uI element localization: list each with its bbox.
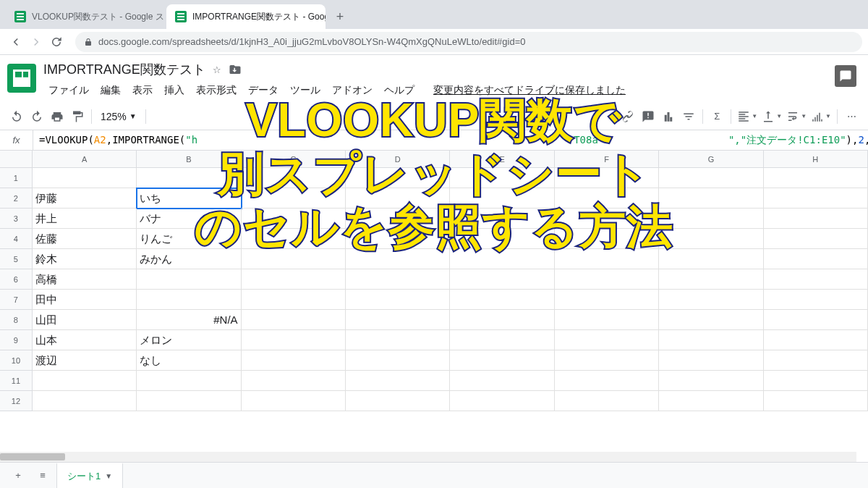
cell[interactable]	[33, 168, 137, 188]
cell[interactable]	[764, 391, 868, 411]
cell[interactable]	[33, 371, 137, 391]
cell[interactable]: 高橋	[33, 269, 137, 290]
cell[interactable]: みかん	[137, 249, 241, 269]
cell[interactable]	[555, 310, 659, 330]
cell[interactable]	[659, 290, 763, 310]
all-sheets-button[interactable]: ≡	[32, 465, 54, 487]
cell[interactable]	[137, 391, 241, 411]
spreadsheet-grid[interactable]: A B C D E F G H 12伊藤いち3井上バナ4佐藤りんご5鈴木みかん6…	[0, 151, 868, 411]
cell[interactable]	[764, 209, 868, 229]
cell[interactable]: 田中	[33, 290, 137, 310]
cell[interactable]	[346, 209, 450, 229]
menu-data[interactable]: データ	[243, 81, 284, 100]
row-header[interactable]: 7	[0, 290, 33, 310]
cell[interactable]	[659, 269, 763, 290]
cell[interactable]: バナ	[137, 209, 241, 229]
cell[interactable]	[764, 350, 868, 371]
cell[interactable]	[346, 310, 450, 330]
cell[interactable]	[450, 350, 554, 371]
menu-file[interactable]: ファイル	[43, 81, 94, 100]
browser-tab[interactable]: VLOOKUP関数テスト - Google スプ ×	[6, 4, 165, 29]
cell[interactable]	[450, 249, 554, 269]
col-header[interactable]: G	[659, 151, 763, 167]
col-header[interactable]: E	[450, 151, 554, 167]
cell[interactable]: いち	[137, 188, 241, 209]
cell[interactable]	[450, 229, 554, 249]
paint-format-button[interactable]	[68, 107, 87, 126]
cell[interactable]	[450, 310, 554, 330]
cell[interactable]	[346, 229, 450, 249]
cell[interactable]	[346, 249, 450, 269]
cell[interactable]	[346, 391, 450, 411]
chevron-down-icon[interactable]: ▼	[105, 472, 112, 480]
cell[interactable]: 山本	[33, 330, 137, 350]
row-header[interactable]: 8	[0, 310, 33, 330]
cell[interactable]	[242, 290, 346, 310]
cell[interactable]	[242, 249, 346, 269]
cell[interactable]	[764, 269, 868, 290]
h-align-button[interactable]: ▼	[736, 107, 759, 126]
cell[interactable]	[764, 188, 868, 209]
cell[interactable]	[764, 330, 868, 350]
row-header[interactable]: 5	[0, 249, 33, 269]
cell[interactable]	[137, 168, 241, 188]
cell[interactable]	[242, 168, 346, 188]
cell[interactable]	[242, 229, 346, 249]
cell[interactable]	[659, 229, 763, 249]
forward-button[interactable]	[26, 32, 46, 52]
row-header[interactable]: 6	[0, 269, 33, 290]
formula-input[interactable]: =VLOOKUP(A2,IMPORTRANGE("hT08a","注文データ!C…	[33, 134, 868, 147]
row-header[interactable]: 1	[0, 168, 33, 188]
cell[interactable]	[242, 209, 346, 229]
row-header[interactable]: 11	[0, 371, 33, 391]
cell[interactable]	[450, 391, 554, 411]
redo-button[interactable]	[27, 107, 46, 126]
cell[interactable]	[33, 391, 137, 411]
more-button[interactable]: ⋯	[842, 107, 861, 126]
link-button[interactable]	[618, 107, 637, 126]
back-button[interactable]	[6, 32, 26, 52]
cell[interactable]	[450, 290, 554, 310]
cell[interactable]	[450, 371, 554, 391]
cell[interactable]	[450, 209, 554, 229]
cell[interactable]: 鈴木	[33, 249, 137, 269]
undo-button[interactable]	[7, 107, 26, 126]
cell[interactable]	[450, 330, 554, 350]
menu-insert[interactable]: 挿入	[159, 81, 190, 100]
cell[interactable]: #N/A	[137, 310, 241, 330]
rotate-button[interactable]: ▼	[809, 107, 833, 126]
comments-button[interactable]	[835, 65, 856, 87]
add-sheet-button[interactable]: +	[7, 465, 29, 487]
cell[interactable]	[659, 391, 763, 411]
cell[interactable]	[242, 310, 346, 330]
menu-addons[interactable]: アドオン	[327, 81, 378, 100]
menu-format[interactable]: 表示形式	[191, 81, 242, 100]
chart-button[interactable]	[659, 107, 678, 126]
row-header[interactable]: 2	[0, 188, 33, 209]
cell[interactable]	[555, 229, 659, 249]
menu-view[interactable]: 表示	[127, 81, 158, 100]
cell[interactable]	[659, 188, 763, 209]
row-header[interactable]: 12	[0, 391, 33, 411]
menu-help[interactable]: ヘルプ	[379, 81, 420, 100]
v-align-button[interactable]: ▼	[760, 107, 783, 126]
comment-button[interactable]	[639, 107, 658, 126]
cell[interactable]	[659, 249, 763, 269]
row-header[interactable]: 9	[0, 330, 33, 350]
cell[interactable]	[659, 168, 763, 188]
col-header[interactable]: H	[764, 151, 868, 167]
zoom-select[interactable]: 125%▼	[96, 111, 141, 122]
cell[interactable]	[346, 290, 450, 310]
col-header[interactable]: D	[346, 151, 450, 167]
cell[interactable]	[555, 249, 659, 269]
row-header[interactable]: 3	[0, 209, 33, 229]
cell[interactable]	[450, 269, 554, 290]
cell[interactable]	[242, 188, 346, 209]
cell[interactable]	[450, 168, 554, 188]
cell[interactable]	[659, 350, 763, 371]
cell[interactable]	[764, 290, 868, 310]
cell[interactable]	[764, 249, 868, 269]
menu-edit[interactable]: 編集	[95, 81, 126, 100]
cell[interactable]	[242, 371, 346, 391]
cell[interactable]	[555, 391, 659, 411]
